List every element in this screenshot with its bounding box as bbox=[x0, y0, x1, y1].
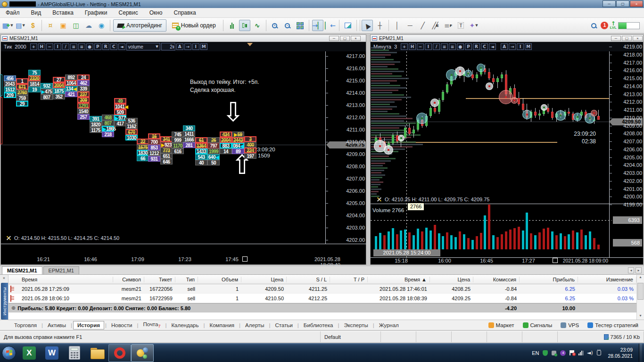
shift-left-icon[interactable]: ▏← bbox=[325, 20, 336, 31]
cursor-icon[interactable]: ▲ bbox=[362, 20, 373, 31]
service-button-vps[interactable]: VPS bbox=[561, 322, 579, 328]
menu-item-сервис[interactable]: Сервис bbox=[113, 8, 144, 17]
search-icon[interactable] bbox=[588, 20, 599, 31]
column-header-8[interactable]: Время ▲ bbox=[368, 277, 430, 282]
taskbar-calculator-icon[interactable] bbox=[63, 344, 86, 362]
taskbar-word-icon[interactable]: W bbox=[41, 344, 63, 362]
chart-tool-button-4[interactable]: / bbox=[433, 43, 440, 50]
bottom-tab-активы[interactable]: Активы bbox=[44, 321, 70, 329]
new-order-button[interactable]: Новый ордер bbox=[168, 19, 220, 32]
chart-minimize-button[interactable]: ─ bbox=[611, 36, 621, 41]
chart-tool-button-5[interactable]: ≡ bbox=[70, 43, 77, 50]
chart-tool-button-10[interactable]: C bbox=[110, 43, 117, 50]
trendline-icon[interactable]: ╱ bbox=[417, 20, 429, 31]
scroll-up-icon[interactable]: ▴ bbox=[637, 275, 644, 281]
chart-mode-button-0[interactable]: A bbox=[176, 43, 183, 50]
broadcast-icon[interactable]: ◉ bbox=[96, 20, 107, 31]
column-header-3[interactable]: Тип bbox=[175, 277, 198, 282]
vertical-line-icon[interactable]: │ bbox=[392, 20, 403, 31]
new-chart-icon[interactable]: ▦✚▼ bbox=[2, 20, 13, 31]
service-button-тестер стратегий[interactable]: Тестер стратегий bbox=[587, 322, 638, 328]
text-tool-icon[interactable]: T bbox=[455, 20, 467, 31]
scroll-down-icon[interactable]: ▾ bbox=[637, 313, 644, 320]
accounts-icon[interactable]: $ bbox=[27, 20, 39, 31]
signals-icon[interactable]: ◫ bbox=[70, 20, 82, 31]
notification-badge[interactable]: 1 bbox=[601, 22, 608, 29]
expand-summary-icon[interactable]: ⊕ bbox=[8, 305, 17, 311]
close-button[interactable]: × bbox=[630, 0, 643, 7]
chart-tool-button-3[interactable]: I bbox=[54, 43, 61, 50]
column-header-6[interactable]: S / L bbox=[287, 277, 330, 282]
tabs-scroll-right[interactable]: ▸ bbox=[636, 267, 642, 273]
taskbar-clock[interactable]: 23:09 28.05.2021 bbox=[608, 347, 633, 359]
zoom-out-icon[interactable]: − bbox=[282, 20, 293, 31]
candles-chart-icon[interactable] bbox=[239, 20, 250, 31]
chart-tool-button-5[interactable]: ≡ bbox=[441, 43, 448, 50]
chart-tool-button-6[interactable]: ≡ bbox=[78, 43, 85, 50]
bottom-tab-компания[interactable]: Компания bbox=[206, 321, 238, 329]
maximize-button[interactable]: ▢ bbox=[616, 0, 629, 7]
chart-mode-button-1[interactable]: → bbox=[184, 43, 191, 50]
bars-chart-icon[interactable] bbox=[226, 20, 238, 31]
show-desktop-button[interactable] bbox=[639, 344, 642, 362]
chart-tool-button-8[interactable]: P bbox=[465, 43, 472, 50]
chart-close-button[interactable]: × bbox=[351, 36, 361, 41]
chart-tool-button-9[interactable]: R bbox=[473, 43, 480, 50]
service-button-маркет[interactable]: Маркет bbox=[488, 322, 514, 328]
column-header-5[interactable]: Цена bbox=[241, 277, 287, 282]
chart-tool-button-7[interactable]: ● bbox=[86, 43, 93, 50]
table-scrollbar[interactable]: ▴ ▾ bbox=[636, 275, 644, 320]
volume-mode-select[interactable]: volume▼ bbox=[126, 43, 160, 50]
chart-tool-button-1[interactable]: H bbox=[38, 43, 45, 50]
column-header-1[interactable]: Символ bbox=[113, 277, 144, 282]
chart-tool-button-9[interactable]: R bbox=[102, 43, 109, 50]
tile-windows-icon[interactable] bbox=[295, 20, 306, 31]
fibo-icon[interactable]: ≡F bbox=[443, 20, 454, 31]
chart-minimize-button[interactable]: ─ bbox=[329, 36, 339, 41]
arrows-tool-icon[interactable]: ✦▼ bbox=[468, 20, 479, 31]
usb-device-icon[interactable] bbox=[551, 350, 557, 356]
antivirus-shield-icon[interactable] bbox=[542, 350, 548, 356]
column-header-12[interactable]: Изменение bbox=[578, 277, 636, 282]
bottom-tab-эксперты[interactable]: Эксперты bbox=[340, 321, 372, 329]
chart-tool-button-4[interactable]: / bbox=[62, 43, 69, 50]
toolbox-tab-EPM21,M1[interactable]: EPM21,M1 bbox=[43, 266, 79, 274]
chart-mode-button-1[interactable]: → bbox=[509, 43, 516, 50]
column-header-0[interactable]: Время bbox=[19, 277, 113, 282]
shift-end-icon[interactable]: →▏ bbox=[312, 20, 323, 31]
volume-speaker-icon[interactable]: ◄) bbox=[587, 350, 593, 356]
chart-maximize-button[interactable]: ▢ bbox=[622, 36, 632, 41]
bottom-tab-почта[interactable]: Почта7 bbox=[139, 321, 164, 329]
start-button[interactable] bbox=[0, 344, 18, 362]
service-button-сигналы[interactable]: Сигналы bbox=[523, 322, 553, 328]
table-row[interactable]: 2021.05.28 17:25:09mesm2116722056sell142… bbox=[8, 284, 636, 294]
menu-item-окно[interactable]: Окно bbox=[144, 8, 168, 17]
levels-icon[interactable]: ↑LVL bbox=[610, 21, 617, 30]
line-chart-icon[interactable]: ∿ bbox=[252, 20, 263, 31]
bottom-tab-календарь[interactable]: Календарь bbox=[167, 321, 202, 329]
sidebar-tab-instruments[interactable]: Инструменты bbox=[1, 283, 8, 320]
equidistant-channel-icon[interactable]: ╱╱E bbox=[430, 20, 441, 31]
taskbar-opera-icon[interactable] bbox=[108, 344, 131, 362]
profiles-icon[interactable]: ▤▼ bbox=[15, 20, 26, 31]
horizontal-line-icon[interactable]: ─ bbox=[405, 20, 416, 31]
vps-icon[interactable]: ☁ bbox=[83, 20, 94, 31]
save-chart-icon[interactable] bbox=[342, 20, 354, 31]
table-row[interactable]: 2021.05.28 18:06:10mesm2116722959sell142… bbox=[8, 294, 636, 303]
bottom-tab-библиотека[interactable]: Библиотека bbox=[300, 321, 337, 329]
chart-tool-button-6[interactable]: ≡ bbox=[449, 43, 456, 50]
chart-tool-button-10[interactable]: C bbox=[481, 43, 488, 50]
menu-item-графики[interactable]: Графики bbox=[79, 8, 113, 17]
zoom-in-icon[interactable]: + bbox=[269, 20, 281, 31]
chart-mode-button-2[interactable]: I bbox=[192, 43, 199, 50]
chart-tool-button-11[interactable]: ◄ bbox=[118, 43, 125, 50]
bottom-tab-торговля[interactable]: Торговля bbox=[10, 321, 41, 329]
market-icon[interactable]: ▣ bbox=[58, 20, 69, 31]
payments-icon[interactable]: ¤ bbox=[45, 20, 56, 31]
taskbar-metatrader-icon[interactable] bbox=[131, 344, 154, 362]
network-error-flag-icon[interactable]: × bbox=[569, 350, 575, 356]
language-indicator[interactable]: EN bbox=[532, 350, 539, 356]
algo-trading-button[interactable]: Алготрейдинг bbox=[113, 19, 166, 32]
bottom-tab-журнал[interactable]: Журнал bbox=[375, 321, 403, 329]
scrollbar-thumb[interactable] bbox=[637, 283, 644, 300]
